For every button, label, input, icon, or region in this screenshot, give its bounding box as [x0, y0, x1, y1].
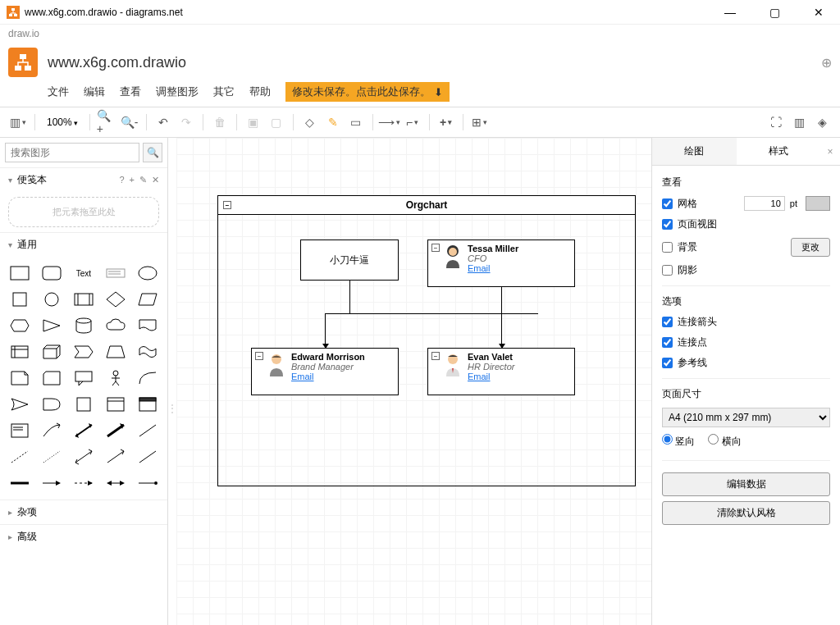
language-icon[interactable]: ⊕	[821, 55, 832, 71]
shape-note[interactable]	[5, 367, 34, 390]
shape-line-thin[interactable]	[134, 419, 162, 442]
maximize-button[interactable]: ▢	[760, 1, 789, 24]
shape-text[interactable]: Text	[69, 262, 98, 285]
shape-arrow[interactable]	[102, 445, 130, 468]
table-button[interactable]: ⊞▾	[470, 112, 490, 132]
edit-data-button[interactable]: 编辑数据	[662, 472, 830, 496]
shape-square[interactable]	[5, 288, 34, 311]
fill-color-button[interactable]: ◇	[300, 112, 320, 132]
shape-card[interactable]	[37, 367, 66, 390]
scratchpad-help[interactable]: ?	[119, 175, 124, 185]
shape-dashed-line[interactable]	[5, 445, 34, 468]
shape-cloud[interactable]	[102, 314, 130, 337]
menu-arrange[interactable]: 调整图形	[156, 84, 199, 99]
shape-cube[interactable]	[37, 340, 66, 363]
collapse-icon[interactable]: −	[255, 352, 263, 360]
shape-callout[interactable]	[69, 367, 98, 390]
search-button[interactable]: 🔍	[143, 143, 162, 162]
menu-view[interactable]: 查看	[120, 84, 141, 99]
sidebar-splitter[interactable]: ⋮	[168, 138, 176, 625]
undo-button[interactable]: ↶	[153, 112, 173, 132]
grid-color-swatch[interactable]	[806, 196, 830, 211]
shape-actor[interactable]	[102, 367, 130, 390]
expand-icon[interactable]: ▸	[8, 532, 12, 541]
shape-process[interactable]	[69, 288, 98, 311]
shape-or[interactable]	[5, 393, 34, 416]
menu-file[interactable]: 文件	[48, 84, 69, 99]
shape-triangle[interactable]	[37, 314, 66, 337]
shape-rounded-rect[interactable]	[37, 262, 66, 285]
sidebar-toggle-button[interactable]: ▥▾	[8, 112, 28, 132]
menu-help[interactable]: 帮助	[249, 84, 271, 99]
clear-style-button[interactable]: 清除默认风格	[662, 501, 830, 525]
minimize-button[interactable]: —	[715, 1, 745, 24]
shape-hline-thick[interactable]	[5, 472, 34, 495]
menu-extras[interactable]: 其它	[213, 84, 235, 99]
orgchart-container[interactable]: − Orgchart 小刀牛逼 − Tessa Miller CFO Email	[217, 195, 636, 486]
node-3[interactable]: − Edward Morrison Brand Manager Email	[251, 348, 399, 395]
portrait-radio[interactable]	[662, 434, 673, 445]
insert-button[interactable]: +▾	[436, 112, 456, 132]
conn-arrows-checkbox[interactable]	[662, 317, 673, 327]
grid-size-input[interactable]	[744, 196, 785, 211]
outline-button[interactable]: ◈	[812, 112, 832, 132]
collapse-icon[interactable]: ▾	[8, 176, 12, 185]
waypoint-button[interactable]: ⌐▾	[403, 112, 422, 132]
format-panel-button[interactable]: ▥	[789, 112, 809, 132]
pagesize-select[interactable]: A4 (210 mm x 297 mm)	[662, 408, 830, 427]
shape-container2[interactable]	[134, 393, 162, 416]
shape-textbox[interactable]	[102, 262, 130, 285]
shape-hexagon[interactable]	[5, 314, 34, 337]
shape-curved-arrow[interactable]	[37, 419, 66, 442]
expand-icon[interactable]: ▸	[8, 508, 12, 517]
email-link[interactable]: Email	[468, 372, 491, 381]
menu-edit[interactable]: 编辑	[84, 84, 105, 99]
unsaved-badge[interactable]: 修改未保存。点击此处保存。⬇	[285, 82, 450, 102]
shape-hconnector3[interactable]	[102, 472, 130, 495]
shape-trapezoid[interactable]	[102, 340, 130, 363]
landscape-radio[interactable]	[708, 434, 719, 445]
search-input[interactable]	[5, 143, 139, 162]
shape-hconnector4[interactable]	[134, 472, 162, 495]
shape-dotted-line[interactable]	[37, 445, 66, 468]
advanced-title[interactable]: 高级	[17, 530, 159, 544]
orgchart-title[interactable]: − Orgchart	[218, 196, 635, 215]
to-front-button[interactable]: ▣	[244, 112, 263, 132]
line-color-button[interactable]: ✎	[323, 112, 343, 132]
collapse-icon[interactable]: −	[223, 201, 231, 209]
shape-curve[interactable]	[134, 367, 162, 390]
shape-thick-arrow[interactable]	[102, 419, 130, 442]
shape-circle[interactable]	[37, 288, 66, 311]
shape-step[interactable]	[69, 340, 98, 363]
fullscreen-button[interactable]: ⛶	[766, 112, 786, 132]
collapse-icon[interactable]: ▾	[8, 240, 12, 249]
node-1[interactable]: 小刀牛逼	[300, 240, 399, 281]
shape-cylinder[interactable]	[69, 314, 98, 337]
shadow-checkbox[interactable]	[662, 265, 673, 276]
shape-parallelogram[interactable]	[134, 288, 162, 311]
shape-data-storage[interactable]	[69, 393, 98, 416]
shape-list[interactable]	[5, 419, 34, 442]
conn-points-checkbox[interactable]	[662, 337, 673, 348]
change-button[interactable]: 更改	[791, 238, 830, 257]
shape-ellipse[interactable]	[134, 262, 162, 285]
to-back-button[interactable]: ▢	[267, 112, 286, 132]
panel-close-button[interactable]: ×	[820, 138, 840, 165]
scratchpad-add[interactable]: +	[130, 175, 135, 185]
shape-link[interactable]	[134, 445, 162, 468]
document-title[interactable]: www.x6g.com.drawio	[48, 54, 186, 71]
zoom-in-button[interactable]: 🔍+	[97, 112, 116, 132]
edit-icon[interactable]: ✎	[139, 175, 147, 185]
shape-internal-storage[interactable]	[5, 340, 34, 363]
shape-line-bidir[interactable]	[69, 445, 98, 468]
collapse-icon[interactable]: −	[431, 244, 440, 252]
tab-diagram[interactable]: 绘图	[652, 138, 737, 165]
node-2[interactable]: − Tessa Miller CFO Email	[427, 240, 575, 287]
zoom-out-button[interactable]: 🔍-	[120, 112, 139, 132]
node-4[interactable]: − Evan Valet HR Director Email	[427, 348, 575, 395]
grid-checkbox[interactable]	[662, 198, 673, 209]
shape-rect[interactable]	[5, 262, 34, 285]
connection-button[interactable]: ⟶▾	[380, 112, 399, 132]
shape-and[interactable]	[37, 393, 66, 416]
shape-bidir-arrow[interactable]	[69, 419, 98, 442]
